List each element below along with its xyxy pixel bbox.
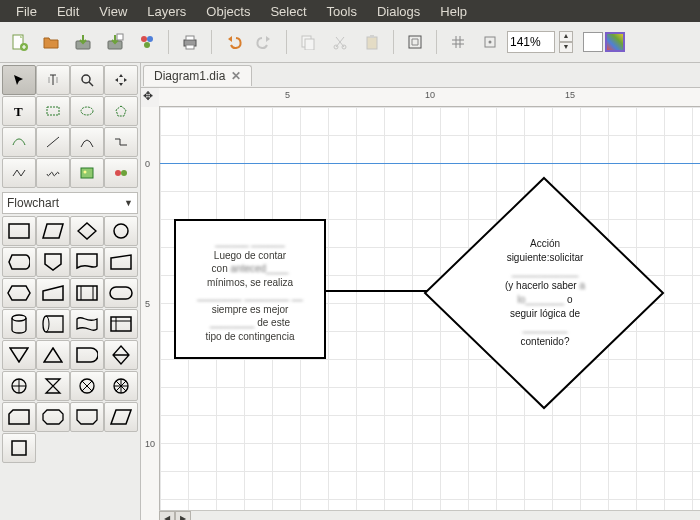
scroll-right-button[interactable]: ▶ (175, 511, 191, 520)
shape-database[interactable] (36, 309, 70, 339)
menu-tools[interactable]: Tools (317, 2, 367, 21)
arc-tool[interactable] (70, 127, 104, 157)
shape-io[interactable] (36, 216, 70, 246)
shape-tape[interactable] (70, 309, 104, 339)
svg-point-19 (489, 41, 492, 44)
saveas-button[interactable] (100, 27, 130, 57)
menu-view[interactable]: View (89, 2, 137, 21)
shape-connector[interactable] (104, 216, 138, 246)
menu-help[interactable]: Help (430, 2, 477, 21)
sheet-selector[interactable]: Flowchart▼ (2, 192, 138, 214)
shape-loop[interactable] (36, 402, 70, 432)
paste-button[interactable] (357, 27, 387, 57)
shape-document[interactable] (70, 247, 104, 277)
snap-grid-button[interactable] (443, 27, 473, 57)
polygon-tool[interactable] (104, 96, 138, 126)
svg-rect-37 (12, 441, 26, 455)
shape-predefined[interactable] (70, 278, 104, 308)
flowchart-process-shape[interactable]: ______ ______ Luego de contar con antece… (174, 219, 326, 359)
shape-delay[interactable] (70, 340, 104, 370)
ellipse-tool[interactable] (70, 96, 104, 126)
save-button[interactable] (68, 27, 98, 57)
line-tool[interactable] (36, 127, 70, 157)
open-button[interactable] (36, 27, 66, 57)
snap-object-button[interactable] (475, 27, 505, 57)
shape-manualinput[interactable] (36, 278, 70, 308)
guide-line[interactable] (160, 163, 700, 164)
shape-extract[interactable] (36, 340, 70, 370)
svg-rect-24 (81, 168, 93, 178)
zoom-extents-button[interactable] (400, 27, 430, 57)
svg-point-32 (12, 315, 26, 321)
polyline-tool[interactable] (2, 158, 36, 188)
redo-button[interactable] (250, 27, 280, 57)
menu-dialogs[interactable]: Dialogs (367, 2, 430, 21)
svg-rect-12 (305, 39, 314, 50)
move-handle-icon[interactable]: ✥ (143, 89, 153, 103)
shape-collate[interactable] (36, 371, 70, 401)
shape-disk[interactable] (2, 309, 36, 339)
text-edit-tool[interactable] (36, 65, 70, 95)
text-tool[interactable]: T (2, 96, 36, 126)
image-tool[interactable] (70, 158, 104, 188)
box-tool[interactable] (36, 96, 70, 126)
shape-sq[interactable] (2, 433, 36, 463)
horizontal-scrollbar[interactable]: ◀ ▶ (159, 510, 700, 520)
pointer-tool[interactable] (2, 65, 36, 95)
bezierline-tool[interactable] (36, 158, 70, 188)
main-toolbar: ▲▼ (0, 22, 700, 63)
shape-merge[interactable] (2, 340, 36, 370)
shape-offpage[interactable] (36, 247, 70, 277)
scroll-left-button[interactable]: ◀ (159, 511, 175, 520)
bezier-tool[interactable] (2, 127, 36, 157)
bg-color[interactable] (605, 32, 625, 52)
svg-rect-22 (47, 107, 59, 115)
menubar: File Edit View Layers Objects Select Too… (0, 0, 700, 22)
shape-data[interactable] (104, 402, 138, 432)
shape-decision[interactable] (70, 216, 104, 246)
shape-palette (0, 214, 140, 465)
shape-prep[interactable] (2, 278, 36, 308)
copy-button[interactable] (293, 27, 323, 57)
shape-manual[interactable] (104, 247, 138, 277)
new-button[interactable] (4, 27, 34, 57)
scroll-tool[interactable] (104, 65, 138, 95)
svg-rect-17 (409, 36, 421, 48)
shape-internal[interactable] (104, 309, 138, 339)
fg-color[interactable] (583, 32, 603, 52)
cut-button[interactable] (325, 27, 355, 57)
zoom-input[interactable] (507, 31, 555, 53)
canvas[interactable]: ______ ______ Luego de contar con antece… (160, 107, 700, 520)
shape-terminal[interactable] (104, 278, 138, 308)
menu-file[interactable]: File (6, 2, 47, 21)
svg-rect-16 (370, 35, 374, 38)
undo-button[interactable] (218, 27, 248, 57)
menu-objects[interactable]: Objects (196, 2, 260, 21)
shape-or[interactable] (2, 371, 36, 401)
svg-point-20 (82, 75, 90, 83)
shape-process[interactable] (2, 216, 36, 246)
zoom-tool[interactable] (70, 65, 104, 95)
shape-sum[interactable] (70, 371, 104, 401)
zoom-up[interactable]: ▲ (559, 31, 573, 42)
outline-tool[interactable] (104, 158, 138, 188)
shape-card[interactable] (2, 402, 36, 432)
menu-select[interactable]: Select (260, 2, 316, 21)
shape-offpage2[interactable] (104, 371, 138, 401)
shape-loopend[interactable] (70, 402, 104, 432)
export-button[interactable] (132, 27, 162, 57)
menu-layers[interactable]: Layers (137, 2, 196, 21)
svg-rect-9 (186, 36, 194, 40)
shape-display[interactable] (2, 247, 36, 277)
ruler-vertical: 0 5 10 (141, 107, 160, 520)
zoom-down[interactable]: ▼ (559, 42, 573, 53)
close-tab-icon[interactable]: ✕ (231, 69, 241, 83)
tab-diagram1[interactable]: Diagram1.dia ✕ (143, 65, 252, 86)
svg-rect-4 (117, 34, 123, 40)
chevron-down-icon: ▼ (124, 198, 133, 208)
svg-rect-30 (77, 286, 97, 300)
shape-sort[interactable] (104, 340, 138, 370)
print-button[interactable] (175, 27, 205, 57)
menu-edit[interactable]: Edit (47, 2, 89, 21)
zigzag-tool[interactable] (104, 127, 138, 157)
